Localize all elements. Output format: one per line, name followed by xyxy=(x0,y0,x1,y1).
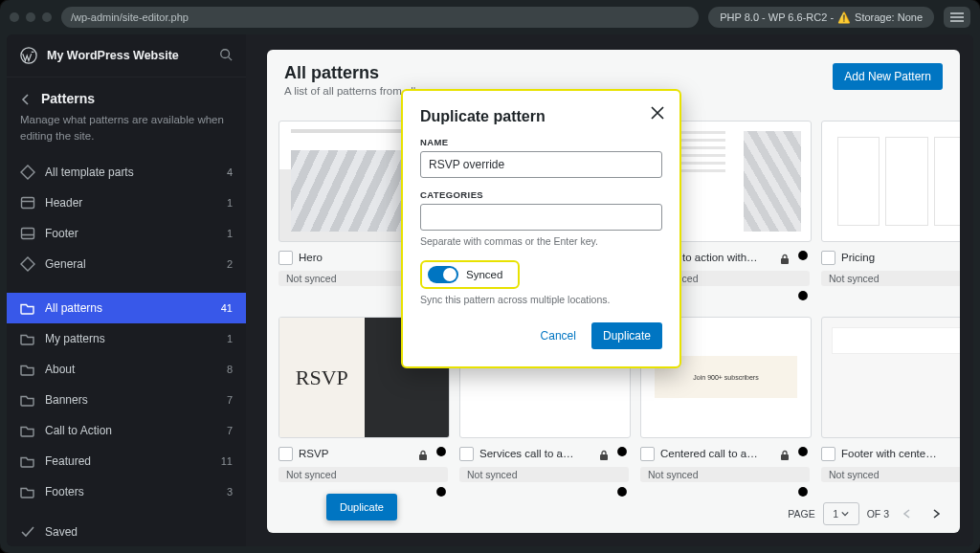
categories-label: CATEGORIES xyxy=(420,189,662,200)
diamond-icon xyxy=(20,256,35,272)
sidebar-item-my-patterns[interactable]: My patterns 1 xyxy=(7,323,246,354)
cancel-button[interactable]: Cancel xyxy=(535,323,582,348)
folder-icon xyxy=(20,300,35,316)
sidebar-item-count: 4 xyxy=(227,166,233,178)
sidebar-item-count: 11 xyxy=(221,455,233,467)
window-frame: /wp-admin/site-editor.php PHP 8.0 - WP 6… xyxy=(0,0,980,553)
header-icon xyxy=(20,195,35,210)
diamond-icon xyxy=(20,165,35,180)
check-icon xyxy=(20,524,35,540)
sidebar-item-label: Featured xyxy=(45,454,212,468)
sidebar-item-banners[interactable]: Banners 7 xyxy=(7,385,246,415)
saved-label: Saved xyxy=(45,525,233,539)
nav-section-desc: Manage what patterns are available when … xyxy=(7,112,246,157)
chevron-left-icon xyxy=(20,93,32,104)
sidebar-item-all-patterns[interactable]: All patterns 41 xyxy=(7,293,246,323)
sidebar-item-count: 1 xyxy=(227,333,233,344)
sidebar-item-label: About xyxy=(45,363,217,376)
search-icon[interactable] xyxy=(219,48,233,64)
synced-hint: Sync this pattern across multiple locati… xyxy=(420,294,662,305)
sidebar-item-label: Footer xyxy=(45,227,217,240)
modal-title: Duplicate pattern xyxy=(420,108,662,125)
sidebar-item-count: 1 xyxy=(227,228,233,239)
sidebar-item-count: 8 xyxy=(227,364,233,375)
sidebar-item-label: Call to Action xyxy=(45,424,217,437)
sidebar-item-label: All patterns xyxy=(45,301,212,315)
svg-rect-2 xyxy=(22,198,34,209)
folder-icon xyxy=(20,362,35,377)
sidebar-item-count: 7 xyxy=(227,394,233,406)
categories-hint: Separate with commas or the Enter key. xyxy=(420,235,662,247)
sidebar-item-label: Footers xyxy=(45,485,217,498)
sidebar-item-call-to-action[interactable]: Call to Action 7 xyxy=(7,415,246,446)
sidebar-item-count: 1 xyxy=(227,197,233,209)
folder-icon xyxy=(20,392,35,408)
svg-point-1 xyxy=(221,49,230,57)
sidebar-item-footers[interactable]: Footers 3 xyxy=(7,476,246,507)
duplicate-pattern-modal: Duplicate pattern NAME CATEGORIES Separa… xyxy=(401,89,681,368)
env-status-pill: PHP 8.0 - WP 6.6-RC2 - ⚠️ Storage: None xyxy=(708,7,934,28)
wp-logo-icon xyxy=(20,47,37,64)
sidebar-item-footer[interactable]: Footer 1 xyxy=(7,218,246,249)
sidebar-item-label: Header xyxy=(45,196,217,210)
sidebar-item-label: My patterns xyxy=(45,332,217,345)
sidebar: My WordPress Website Patterns Manage wha… xyxy=(7,34,246,546)
sidebar-item-all-template-parts[interactable]: All template parts 4 xyxy=(7,157,246,188)
sidebar-item-count: 41 xyxy=(221,302,233,314)
sidebar-item-label: Banners xyxy=(45,393,217,407)
window-controls[interactable] xyxy=(10,12,52,22)
nav-section-title: Patterns xyxy=(41,91,95,106)
svg-rect-3 xyxy=(22,229,34,239)
env-status-text: PHP 8.0 - WP 6.6-RC2 - xyxy=(720,11,834,23)
sidebar-item-count: 2 xyxy=(227,258,233,270)
sidebar-item-label: All template parts xyxy=(45,166,217,179)
synced-toggle-label: Synced xyxy=(466,269,502,280)
site-name[interactable]: My WordPress Website xyxy=(47,49,210,62)
browser-menu-button[interactable] xyxy=(944,7,970,28)
url-bar[interactable]: /wp-admin/site-editor.php xyxy=(61,7,699,28)
nav-section-heading[interactable]: Patterns xyxy=(7,77,246,112)
sidebar-item-general[interactable]: General 2 xyxy=(7,249,246,279)
app-shell: My WordPress Website Patterns Manage wha… xyxy=(7,34,973,546)
folder-icon xyxy=(20,453,35,469)
sidebar-item-about[interactable]: About 8 xyxy=(7,354,246,385)
sidebar-saved-indicator: Saved xyxy=(7,517,246,546)
storage-text: Storage: None xyxy=(855,11,923,23)
close-icon[interactable] xyxy=(649,104,666,122)
sidebar-item-header[interactable]: Header 1 xyxy=(7,188,246,218)
warning-icon: ⚠️ xyxy=(837,11,851,24)
categories-input[interactable] xyxy=(420,204,662,231)
synced-toggle[interactable] xyxy=(428,266,458,283)
folder-icon xyxy=(20,484,35,499)
sidebar-item-count: 3 xyxy=(227,486,233,498)
url-text: /wp-admin/site-editor.php xyxy=(71,11,189,23)
sidebar-item-label: General xyxy=(45,257,217,271)
duplicate-button[interactable]: Duplicate xyxy=(591,322,662,349)
synced-toggle-row[interactable]: Synced xyxy=(420,260,520,289)
pattern-name-input[interactable] xyxy=(420,151,662,178)
site-bar: My WordPress Website xyxy=(7,34,246,77)
footer-icon xyxy=(20,226,35,241)
folder-icon xyxy=(20,331,35,346)
sidebar-item-count: 7 xyxy=(227,425,233,436)
browser-topbar: /wp-admin/site-editor.php PHP 8.0 - WP 6… xyxy=(0,0,980,34)
sidebar-item-featured[interactable]: Featured 11 xyxy=(7,446,246,476)
folder-icon xyxy=(20,423,35,438)
name-label: NAME xyxy=(420,137,662,147)
modal-layer: Duplicate pattern NAME CATEGORIES Separa… xyxy=(267,50,960,533)
